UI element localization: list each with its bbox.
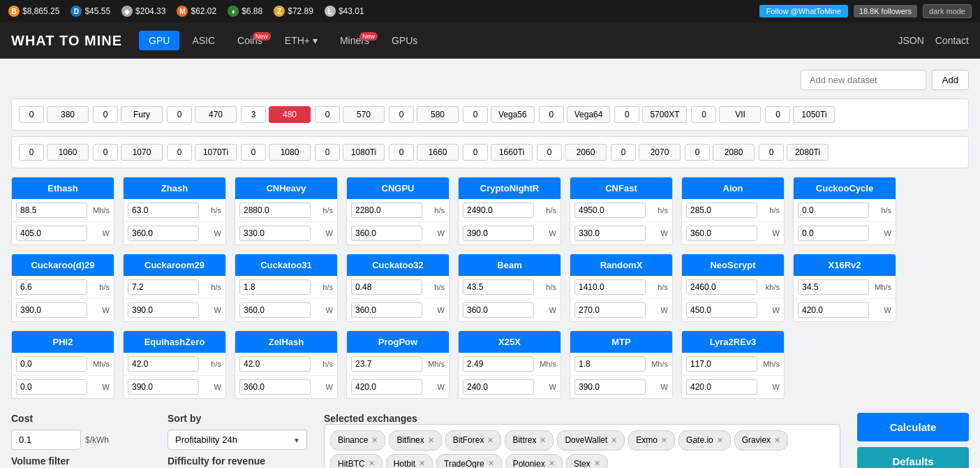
exchange-remove[interactable]: ✕	[488, 459, 494, 468]
algo-hashrate-input[interactable]	[686, 203, 757, 218]
algo-power-input[interactable]	[128, 226, 199, 241]
algo-power-input[interactable]	[351, 226, 422, 241]
algo-power-input[interactable]	[239, 379, 311, 395]
algo-hashrate-input[interactable]	[239, 203, 311, 218]
algo-header[interactable]: CuckooCycle	[794, 177, 896, 199]
algo-hashrate-input[interactable]	[128, 356, 199, 372]
sort-select[interactable]: Profitability 24h Profitability 1h Reven…	[168, 430, 307, 450]
algo-header[interactable]: ZelHash	[235, 331, 337, 353]
algo-power-input[interactable]	[239, 226, 311, 241]
exchange-remove[interactable]: ✕	[371, 436, 378, 445]
algo-header[interactable]: RandomX	[570, 254, 672, 276]
gpu-count-input[interactable]	[167, 106, 192, 123]
gpu-count-input[interactable]	[389, 144, 414, 161]
algo-power-input[interactable]	[574, 302, 646, 318]
gpu-count-input[interactable]	[315, 106, 340, 123]
gpu-count-input[interactable]	[241, 144, 266, 161]
algo-hashrate-input[interactable]	[798, 279, 869, 295]
exchange-remove[interactable]: ✕	[661, 436, 667, 445]
gpu-name-button[interactable]: 1660	[417, 144, 459, 161]
exchange-remove[interactable]: ✕	[717, 436, 723, 445]
gpu-name-button[interactable]: 1660Ti	[491, 144, 533, 161]
algo-power-input[interactable]	[128, 379, 199, 395]
gpu-name-button[interactable]: Fury	[121, 106, 163, 123]
algo-hashrate-input[interactable]	[798, 203, 869, 218]
algo-hashrate-input[interactable]	[128, 203, 199, 218]
algo-header[interactable]: Cuckaroo(d)29	[12, 254, 114, 276]
algo-power-input[interactable]	[463, 379, 534, 395]
nav-item-eth[interactable]: ETH+ ▾	[275, 31, 327, 50]
gpu-name-button[interactable]: 5700XT	[642, 106, 687, 123]
algo-header[interactable]: X25X	[459, 331, 560, 353]
algo-power-input[interactable]	[574, 226, 646, 241]
gpu-count-input[interactable]	[685, 144, 710, 161]
algo-power-input[interactable]	[128, 302, 199, 318]
dark-mode-button[interactable]: dark mode	[923, 4, 972, 18]
gpu-name-button[interactable]: 2080Ti	[787, 144, 829, 161]
algo-power-input[interactable]	[686, 302, 757, 318]
nav-item-gpus[interactable]: GPUs	[382, 31, 427, 50]
calculate-button[interactable]: Calculate	[857, 413, 969, 441]
algo-hashrate-input[interactable]	[239, 279, 311, 295]
gpu-count-input[interactable]	[19, 106, 44, 123]
algo-power-input[interactable]	[16, 226, 87, 241]
algo-header[interactable]: Beam	[459, 254, 560, 276]
exchange-remove[interactable]: ✕	[428, 436, 434, 445]
algo-hashrate-input[interactable]	[16, 203, 87, 218]
algo-header[interactable]: CNHeavy	[235, 177, 337, 199]
algo-header[interactable]: Zhash	[124, 177, 225, 199]
nav-item-asic[interactable]: ASIC	[182, 31, 225, 50]
algo-hashrate-input[interactable]	[463, 279, 534, 295]
cost-input[interactable]	[11, 430, 81, 450]
gpu-name-button[interactable]: 570	[343, 106, 385, 123]
dataset-input[interactable]	[801, 70, 926, 90]
algo-power-input[interactable]	[463, 302, 534, 318]
algo-header[interactable]: CNFast	[570, 177, 672, 199]
algo-hashrate-input[interactable]	[16, 356, 87, 372]
gpu-name-button[interactable]: 2070	[639, 144, 681, 161]
algo-header[interactable]: PHI2	[12, 331, 114, 353]
algo-power-input[interactable]	[798, 302, 869, 318]
algo-power-input[interactable]	[351, 379, 422, 395]
exchange-remove[interactable]: ✕	[774, 436, 780, 445]
gpu-count-input[interactable]	[611, 144, 636, 161]
gpu-count-input[interactable]	[539, 106, 564, 123]
algo-hashrate-input[interactable]	[463, 356, 534, 372]
algo-header[interactable]: EquihashZero	[124, 331, 225, 353]
gpu-name-button[interactable]: 380	[47, 106, 89, 123]
nav-item-miners[interactable]: Miners New	[330, 31, 379, 50]
gpu-count-input[interactable]	[463, 106, 488, 123]
algo-hashrate-input[interactable]	[574, 356, 646, 372]
exchange-remove[interactable]: ✕	[369, 459, 375, 468]
algo-power-input[interactable]	[351, 302, 422, 318]
nav-json[interactable]: JSON	[898, 35, 923, 46]
exchange-remove[interactable]: ✕	[540, 436, 546, 445]
gpu-count-input[interactable]	[19, 144, 44, 161]
gpu-count-input[interactable]	[765, 106, 790, 123]
gpu-name-button[interactable]: 470	[195, 106, 237, 123]
algo-hashrate-input[interactable]	[351, 279, 422, 295]
gpu-name-button[interactable]: 1050Ti	[793, 106, 835, 123]
defaults-button[interactable]: Defaults	[857, 447, 969, 468]
algo-header[interactable]: MTP	[570, 331, 672, 353]
algo-header[interactable]: Aion	[682, 177, 784, 199]
gpu-name-button[interactable]: 480	[269, 106, 311, 123]
exchange-remove[interactable]: ✕	[419, 459, 425, 468]
algo-header[interactable]: Cuckatoo32	[347, 254, 449, 276]
algo-hashrate-input[interactable]	[16, 279, 87, 295]
gpu-name-button[interactable]: 2080	[713, 144, 755, 161]
exchange-remove[interactable]: ✕	[549, 459, 555, 468]
gpu-name-button[interactable]: 1070Ti	[195, 144, 237, 161]
algo-hashrate-input[interactable]	[686, 279, 757, 295]
gpu-count-input[interactable]	[315, 144, 340, 161]
nav-item-gpu[interactable]: GPU	[139, 31, 179, 50]
algo-header[interactable]: NeoScrypt	[682, 254, 784, 276]
algo-power-input[interactable]	[686, 379, 757, 395]
nav-contact[interactable]: Contact	[935, 35, 969, 46]
gpu-count-input[interactable]	[93, 144, 118, 161]
algo-hashrate-input[interactable]	[686, 356, 757, 372]
algo-header[interactable]: Ethash	[12, 177, 114, 199]
algo-hashrate-input[interactable]	[128, 279, 199, 295]
algo-power-input[interactable]	[463, 226, 534, 241]
algo-hashrate-input[interactable]	[351, 203, 422, 218]
